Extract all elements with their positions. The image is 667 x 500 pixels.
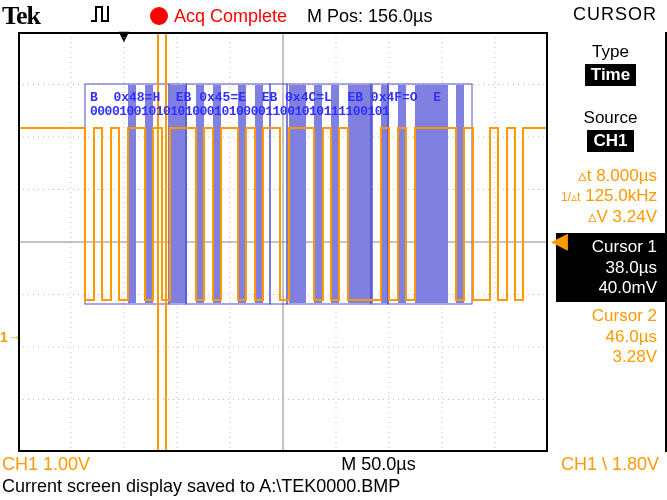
trigger-glyph-icon — [90, 5, 120, 27]
ch1-scale: CH1 1.00V — [0, 454, 90, 475]
freq-prefix: 1/▵t — [561, 190, 580, 204]
source-label: Source — [556, 108, 665, 128]
acq-status-icon — [150, 7, 168, 25]
source-value: CH1 — [587, 130, 633, 152]
acq-status-text: Acq Complete — [174, 6, 287, 27]
cursor2-readout[interactable]: Cursor 2 46.0µs 3.28V — [556, 302, 665, 371]
cursor2-volt: 3.28V — [560, 347, 657, 367]
bottom-readout-row: CH1 1.00V M 50.0µs CH1 \ 1.80V — [0, 452, 667, 476]
main-area: 1→ — [0, 32, 667, 452]
cursor2-time: 46.0µs — [560, 327, 657, 347]
sidebar: Type Time Source CH1 ▵t 8.000µs 1/▵t 125… — [556, 32, 667, 452]
type-label: Type — [556, 42, 665, 62]
cursor1-time: 38.0µs — [560, 258, 657, 278]
delta-v: ▵V 3.24V — [556, 207, 657, 227]
cursor1-volt: 40.0mV — [560, 278, 657, 298]
type-value: Time — [585, 64, 636, 86]
delta-freq: 125.0kHz — [585, 186, 657, 205]
source-section[interactable]: Source CH1 — [556, 108, 665, 152]
decode-annotation-bits: 0000100101010100010100001100101011110010… — [90, 104, 389, 119]
trigger-readout: CH1 \ 1.80V — [561, 454, 659, 475]
cursor-menu-title: CURSOR — [573, 4, 657, 25]
plot-area: 1→ — [0, 32, 556, 452]
cursor1-label: Cursor 1 — [560, 237, 657, 257]
brand-logo: Tek — [0, 1, 40, 31]
cursor1-readout[interactable]: Cursor 1 38.0µs 40.0mV — [556, 233, 665, 302]
cursor2-label: Cursor 2 — [560, 306, 657, 326]
cursor-delta-readout: ▵t 8.000µs 1/▵t 125.0kHz ▵V 3.24V — [556, 166, 665, 227]
decode-annotation-line1: B 0x48=H EB 0x45=E EB 0x4C=L EB 0x4F=O E — [90, 90, 441, 105]
delta-t: ▵t 8.000µs — [556, 166, 657, 186]
trigger-level-icon: ◀ — [551, 228, 568, 254]
type-section[interactable]: Type Time — [556, 42, 665, 86]
timebase: M 50.0µs — [341, 454, 415, 475]
m-position: M Pos: 156.0µs — [307, 6, 432, 27]
top-bar: Tek Acq Complete M Pos: 156.0µs CURSOR — [0, 0, 667, 32]
status-line: Current screen display saved to A:\TEK00… — [0, 476, 667, 497]
